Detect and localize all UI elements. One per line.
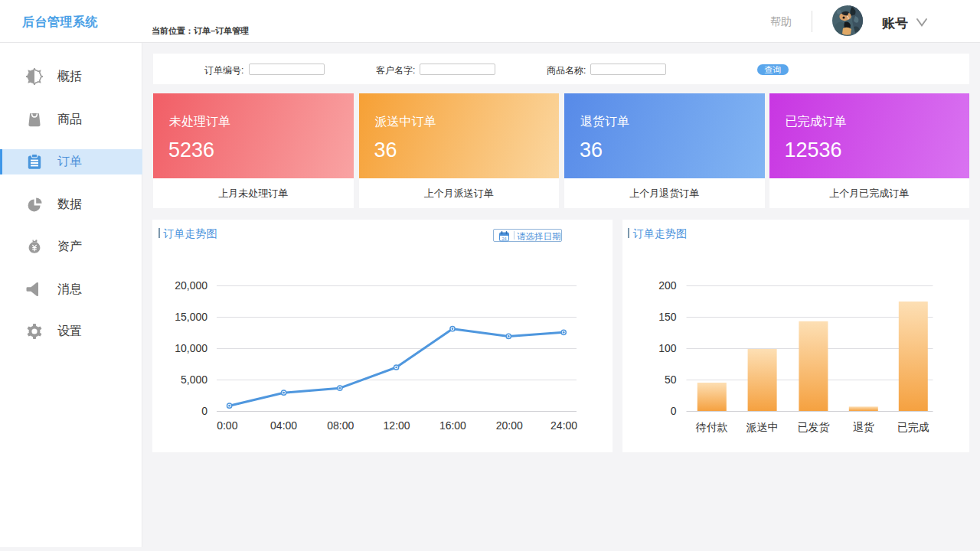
svg-text:20:00: 20:00	[496, 419, 523, 432]
svg-text:20,000: 20,000	[175, 279, 207, 292]
svg-text:04:00: 04:00	[270, 419, 297, 432]
svg-text:10,000: 10,000	[175, 342, 207, 354]
svg-text:150: 150	[658, 311, 677, 323]
svg-text:0:00: 0:00	[217, 419, 237, 432]
svg-text:16:00: 16:00	[439, 419, 466, 432]
svg-text:待付款: 待付款	[694, 421, 727, 433]
svg-text:退货: 退货	[852, 421, 874, 433]
svg-text:50: 50	[664, 373, 676, 386]
svg-text:08:00: 08:00	[327, 419, 354, 432]
svg-text:5,000: 5,000	[181, 373, 207, 386]
svg-text:0: 0	[201, 405, 207, 417]
svg-text:已完成: 已完成	[897, 421, 929, 433]
svg-text:已发货: 已发货	[797, 421, 829, 433]
svg-text:派送中: 派送中	[746, 421, 778, 433]
svg-text:24:00: 24:00	[550, 419, 577, 432]
svg-text:15,000: 15,000	[175, 311, 207, 323]
svg-text:0: 0	[670, 405, 676, 417]
svg-text:12:00: 12:00	[384, 419, 410, 432]
svg-text:100: 100	[658, 342, 677, 354]
svg-text:200: 200	[658, 279, 677, 292]
